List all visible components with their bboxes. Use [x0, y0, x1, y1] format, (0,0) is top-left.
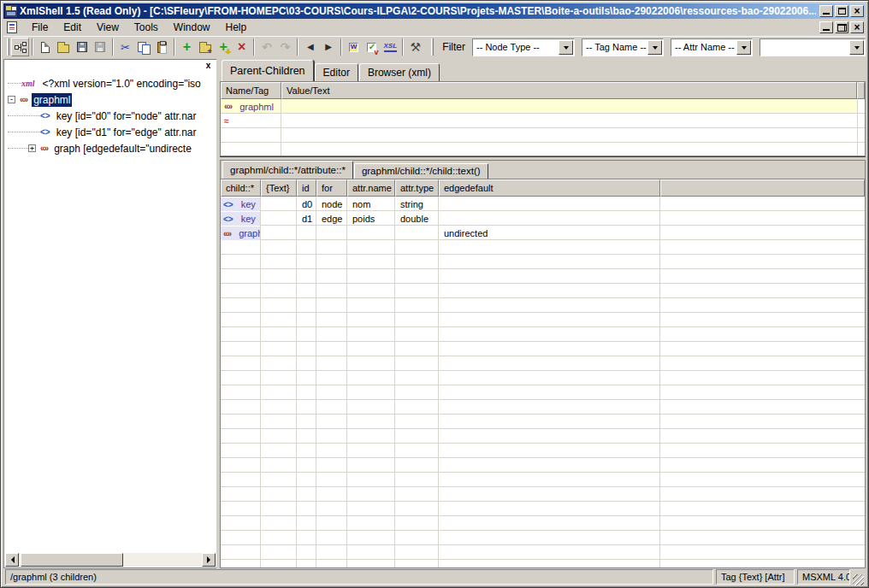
scroll-right-button[interactable] [202, 553, 216, 567]
navigate-back-button[interactable]: ◀ [301, 38, 319, 56]
menu-window[interactable]: Window [166, 20, 218, 35]
undo-button[interactable]: ↶ [257, 38, 275, 56]
tab-xpath-attributes[interactable]: graphml/child::*/attribute::* [222, 161, 353, 179]
v-overlay-icon: v [375, 48, 379, 56]
tree-view-toggle-button[interactable] [11, 38, 29, 56]
filterbar-gripper[interactable] [431, 38, 434, 56]
expand-expander-icon[interactable]: + [28, 144, 36, 152]
node-type-dropdown[interactable]: -- Node Type -- [472, 38, 575, 56]
tag-name-dropdown[interactable]: -- Tag Name -- [582, 38, 664, 56]
table-row[interactable]: ≈ [221, 114, 865, 128]
tree-panel-close-button[interactable]: x [202, 61, 215, 72]
add-node-button[interactable]: + [178, 38, 196, 56]
table-row[interactable]: <>key d1 edge poids double [221, 211, 865, 226]
arrow-right-icon [207, 556, 214, 563]
client-area: x xml <?xml version="1.0" encoding="iso … [3, 57, 866, 568]
paste-button[interactable] [152, 38, 170, 56]
save-button[interactable] [73, 38, 91, 56]
scroll-left-button[interactable] [5, 553, 19, 567]
menu-edit[interactable]: Edit [56, 20, 89, 35]
menu-tools[interactable]: Tools [127, 20, 166, 35]
tree-horizontal-scrollbar[interactable] [5, 553, 216, 567]
column-header-attr-name[interactable]: attr.name [347, 179, 395, 197]
delete-node-icon: × [238, 40, 245, 54]
tab-editor[interactable]: Editor [315, 63, 358, 81]
column-header-for[interactable]: for [316, 179, 347, 197]
resize-grip[interactable] [853, 574, 864, 585]
tree-item-key-d1[interactable]: <> key [id="d1" for="edge" attr.nar [4, 124, 216, 140]
mdi-close-button[interactable]: × [850, 21, 864, 33]
redo-button[interactable]: ↷ [276, 38, 294, 56]
table-row[interactable]: «»graph undirected [221, 226, 865, 240]
column-header-value-text[interactable]: Value/Text [281, 82, 857, 99]
detail-panel: Parent-Children Editor Browser (xml) Nam… [220, 57, 866, 568]
add-attribute-button[interactable]: + + [215, 38, 233, 56]
dropdown-button[interactable] [736, 40, 751, 55]
menu-help[interactable]: Help [218, 20, 255, 35]
xsl-transform-button[interactable]: XSL [381, 38, 399, 56]
tree-item-graph[interactable]: + «» graph [edgedefault="undirecte [4, 140, 216, 156]
validate-schema-button[interactable]: ✓ v [363, 38, 381, 56]
title-bar[interactable]: XmlShell 1.5 (Read Only) - [C:\SFleury\F… [3, 3, 866, 19]
table-row[interactable]: <>key d0 node nom string [221, 197, 865, 211]
navigate-forward-button[interactable]: ▶ [319, 38, 337, 56]
tree-item-xml-declaration[interactable]: xml <?xml version="1.0" encoding="iso [4, 75, 216, 91]
attr-name-dropdown[interactable]: -- Attr Name -- [671, 38, 753, 56]
delete-node-button[interactable]: × [233, 38, 251, 56]
scrollbar-thumb[interactable] [21, 553, 123, 567]
panel-gripper[interactable] [6, 59, 202, 74]
column-header-text[interactable]: {Text} [261, 179, 297, 197]
close-button[interactable]: × [850, 5, 864, 17]
minimize-button[interactable] [819, 5, 833, 17]
toolbar-separator [253, 38, 255, 56]
tree-item-graphml[interactable]: - «» graphml [4, 91, 216, 108]
collapse-expander-icon[interactable]: - [8, 96, 15, 103]
tab-parent-children[interactable]: Parent-Children [222, 60, 314, 81]
column-divider [659, 197, 660, 567]
node-type-value: -- Node Type -- [473, 42, 559, 52]
status-tag-info: Tag {Text} [Attr] [716, 569, 795, 585]
menu-file[interactable]: File [24, 20, 56, 35]
tab-browser-xml[interactable]: Browser (xml) [359, 63, 440, 81]
filter-label: Filter [442, 41, 465, 53]
column-header-attr-type[interactable]: attr.type [395, 179, 439, 197]
save-all-button[interactable] [91, 38, 109, 56]
new-document-button[interactable] [36, 38, 54, 56]
column-header-id[interactable]: id [297, 179, 316, 197]
mdi-minimize-button[interactable] [819, 21, 833, 33]
column-header-edgedefault[interactable]: edgedefault [439, 179, 660, 197]
tree-item-label: graph [edgedefault="undirecte [52, 142, 193, 156]
tree-item-key-d0[interactable]: <> key [id="d0" for="node" attr.nar [4, 108, 216, 124]
toolbar-gripper[interactable] [7, 38, 9, 56]
tools-button[interactable]: ⚒ [406, 38, 424, 56]
cell-edgedefault [439, 211, 660, 226]
cut-button[interactable]: ✂ [116, 38, 134, 56]
cell-edgedefault: undirected [439, 226, 660, 240]
element-icon: «» [20, 95, 27, 104]
undo-icon: ↶ [262, 41, 272, 53]
toolbar-separator [402, 38, 404, 56]
menu-view[interactable]: View [89, 20, 127, 35]
document-icon[interactable] [7, 21, 17, 33]
add-child-button[interactable]: + [196, 38, 214, 56]
column-header-child[interactable]: child::* [221, 179, 261, 197]
toolbar-separator [32, 38, 33, 56]
validate-wellformed-button[interactable]: W [345, 38, 363, 56]
open-file-button[interactable] [55, 38, 73, 56]
copy-button[interactable] [134, 38, 152, 56]
menu-bar: File Edit View Tools Window Help × [3, 19, 866, 36]
tab-xpath-text[interactable]: graphml/child::*/child::text() [354, 163, 488, 179]
scrollbar-track[interactable] [123, 553, 202, 567]
cell-edgedefault [439, 197, 660, 211]
app-window: XmlShell 1.5 (Read Only) - [C:\SFleury\F… [0, 0, 869, 588]
mdi-restore-button[interactable] [835, 21, 848, 33]
dropdown-button[interactable] [849, 40, 864, 55]
dropdown-button[interactable] [559, 40, 573, 55]
maximize-button[interactable] [835, 5, 848, 17]
tree-panel-header: x [4, 60, 216, 73]
column-header-name-tag[interactable]: Name/Tag [221, 82, 281, 99]
dropdown-button[interactable] [647, 40, 662, 55]
table-row[interactable]: «» graphml [221, 99, 865, 114]
filter-search-combo[interactable] [760, 38, 866, 56]
save-all-icon [95, 42, 105, 52]
